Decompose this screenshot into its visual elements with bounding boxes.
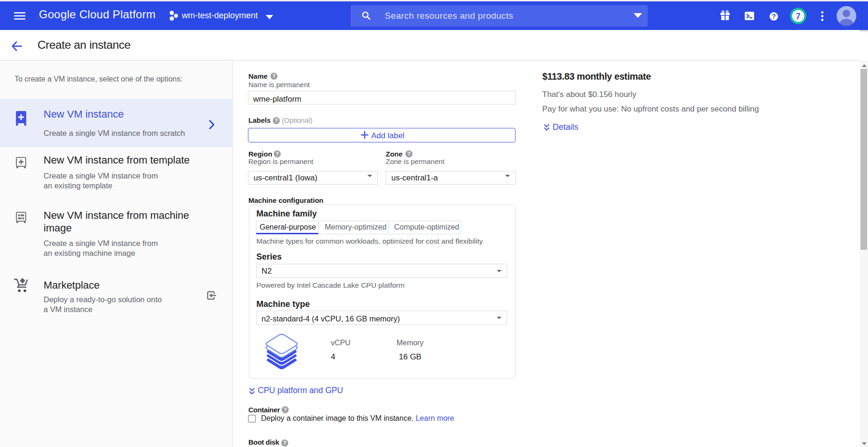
svg-text:7: 7 bbox=[796, 12, 801, 21]
svg-text:?: ? bbox=[772, 13, 776, 20]
